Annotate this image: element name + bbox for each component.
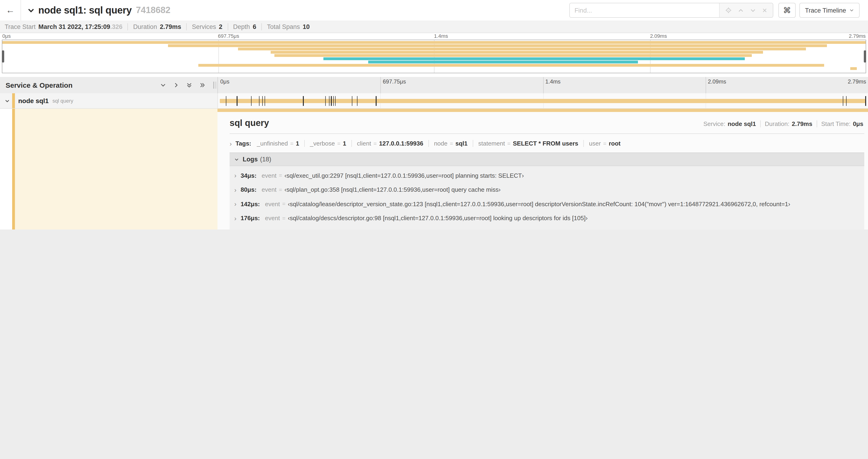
view-selector-button[interactable]: Trace Timeline — [799, 3, 860, 18]
span-service-name: node sql1 — [18, 97, 49, 104]
log-entry[interactable]: › 34μs: event = ‹sql/exec_util.go:2297 [… — [229, 168, 864, 183]
detail-content: sql query Service: node sql1 Duration: 2… — [217, 112, 868, 230]
timeline-axis: 0μs 697.75μs 1.4ms 2.09ms 2.79ms — [218, 77, 868, 93]
minimap-axis: 0μs 697.75μs 1.4ms 2.09ms 2.79ms — [2, 33, 866, 39]
tag-key: statement — [478, 140, 505, 147]
equals-sign: = — [279, 187, 282, 193]
span-detail-panel: sql query Service: node sql1 Duration: 2… — [217, 109, 868, 230]
summary-item: Duration 2.79ms — [128, 23, 181, 30]
tag-item: _unfinished = 1 — [257, 140, 299, 147]
tag-item: node = sql1 — [428, 140, 468, 147]
tag-item: client = 127.0.0.1:59936 — [351, 140, 423, 147]
log-marker — [259, 96, 259, 106]
log-field-value: ‹sql/catalog/descs/descriptor.go:98 [nsq… — [288, 215, 588, 222]
log-marker — [865, 96, 866, 106]
log-marker — [846, 96, 846, 106]
span-bar-cell[interactable] — [218, 93, 868, 109]
log-marker — [265, 96, 265, 106]
chevron-down-icon — [234, 157, 239, 162]
log-marker — [325, 96, 326, 106]
tags-list: _unfinished = 1 _verbose = 1 — [257, 140, 621, 147]
log-marker — [303, 96, 304, 106]
chevron-down-icon[interactable] — [5, 98, 10, 103]
chevron-right-icon: › — [234, 172, 236, 179]
prev-result-icon[interactable] — [738, 7, 744, 13]
log-entry[interactable]: › 176μs: event = ‹sql/catalog/descs/desc… — [229, 211, 864, 225]
chevron-down-icon — [849, 8, 854, 12]
tag-value: SELECT * FROM users — [513, 140, 578, 147]
span-detail-meta: Service: node sql1 Duration: 2.79ms Star… — [703, 120, 864, 127]
span-detail-row: sql query Service: node sql1 Duration: 2… — [0, 109, 868, 230]
log-entry[interactable]: › 80μs: event = ‹sql/plan_opt.go:358 [ns… — [229, 183, 864, 197]
axis-tick-label: 1.4ms — [434, 33, 448, 39]
expanded-row-highlight — [15, 109, 217, 230]
collapse-one-icon[interactable] — [160, 82, 166, 88]
expand-one-icon[interactable] — [173, 82, 179, 88]
log-marker — [376, 96, 376, 106]
axis-tick-label: 2.79ms — [849, 33, 866, 39]
page-title: node sql1: sql query — [38, 5, 132, 16]
axis-tick-label: 1.4ms — [545, 78, 560, 85]
summary-value: 10 — [303, 23, 310, 30]
tag-value: 1 — [296, 140, 299, 147]
next-result-icon[interactable] — [750, 7, 756, 13]
log-entry[interactable]: › 142μs: event = ‹sql/catalog/lease/desc… — [229, 197, 864, 211]
logs-header[interactable]: Logs (18) — [229, 153, 864, 166]
minimap-span-row — [2, 47, 866, 51]
logs-title: Logs — [243, 156, 258, 163]
log-field-key: event — [265, 229, 280, 230]
keyboard-shortcuts-button[interactable]: ⌘ — [778, 3, 796, 18]
span-duration-bar[interactable] — [220, 99, 866, 103]
locate-icon[interactable] — [725, 7, 732, 13]
span-detail-title: sql query — [229, 118, 269, 128]
meta-value: 2.79ms — [792, 120, 812, 127]
span-name-cell[interactable]: node sql1 sql query — [0, 93, 218, 109]
service-operation-header: Service & Operation — [0, 77, 218, 93]
log-marker — [329, 96, 330, 106]
back-button[interactable]: ← — [0, 0, 21, 21]
detail-left-column — [0, 109, 217, 230]
logs-list: › 34μs: event = ‹sql/exec_util.go:2297 [… — [229, 166, 864, 230]
minimap-span-row — [2, 67, 866, 70]
log-entry[interactable]: › 189μs: event = ‹sql/catalog/lease/desc… — [229, 225, 864, 230]
summary-value: 2 — [219, 23, 222, 30]
command-icon: ⌘ — [783, 5, 791, 15]
equals-sign: = — [282, 201, 285, 207]
page-header: ← node sql1: sql query 7418682 — [0, 0, 868, 21]
meta-value: node sql1 — [727, 120, 756, 127]
log-marker — [226, 96, 226, 106]
minimap-span-bar — [238, 47, 806, 50]
jaeger-trace-page: ← node sql1: sql query 7418682 — [0, 0, 868, 230]
minimap-span-row — [2, 41, 866, 44]
summary-value-suffix: .326 — [110, 23, 123, 30]
log-field-key: event — [261, 172, 277, 179]
clear-find-icon[interactable]: ✕ — [762, 7, 767, 14]
back-arrow-icon: ← — [6, 5, 15, 15]
tag-item: _verbose = 1 — [304, 140, 346, 147]
expand-all-icon[interactable] — [199, 82, 205, 88]
chevron-right-icon: › — [234, 201, 236, 207]
chevron-right-icon: › — [234, 229, 236, 230]
log-marker — [843, 96, 843, 106]
tag-value: 127.0.0.1:59936 — [379, 140, 423, 147]
log-marker — [357, 96, 358, 106]
column-resize-grip[interactable] — [213, 81, 216, 89]
tags-row[interactable]: › Tags: _unfinished = 1 _verbose — [229, 140, 864, 147]
meta-item: Duration: 2.79ms — [760, 120, 812, 127]
trace-id: 7418682 — [136, 5, 170, 15]
span-row[interactable]: node sql1 sql query — [0, 93, 868, 109]
axis-tick-label: 697.75μs — [383, 78, 406, 85]
equals-sign: = — [279, 172, 282, 179]
meta-value: 0μs — [853, 120, 863, 127]
viewport-drag-handle-left[interactable] — [2, 51, 4, 63]
trace-minimap[interactable] — [2, 40, 866, 73]
minimap-span-bar — [271, 51, 763, 54]
tag-key: client — [357, 140, 371, 147]
find-input[interactable] — [570, 3, 719, 17]
collapse-trace-button[interactable] — [28, 7, 34, 14]
collapse-all-icon[interactable] — [186, 82, 192, 88]
minimap-span-bar — [850, 67, 857, 70]
tag-value: sql1 — [456, 140, 468, 147]
viewport-drag-handle-right[interactable] — [864, 51, 866, 63]
log-field-value: ‹sql/plan_opt.go:358 [nsql1,client=127.0… — [284, 186, 501, 193]
